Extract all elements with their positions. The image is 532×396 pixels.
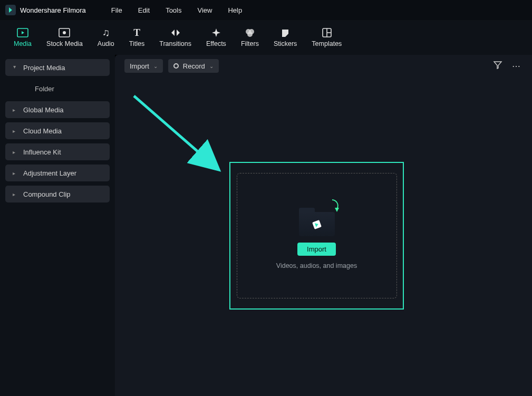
sidebar-item-label: Folder bbox=[35, 85, 54, 93]
import-dropzone[interactable]: Import Videos, audios, and images bbox=[237, 173, 397, 298]
transitions-icon bbox=[170, 25, 181, 40]
record-label: Record bbox=[183, 62, 205, 70]
chevron-down-icon: ⌄ bbox=[153, 63, 158, 69]
audio-icon: ♫ bbox=[102, 25, 110, 40]
sidebar-item-label: Adjustment Layer bbox=[23, 169, 76, 177]
annotation-arrow bbox=[131, 93, 231, 177]
media-icon bbox=[17, 25, 28, 40]
menu-file[interactable]: File bbox=[107, 4, 127, 16]
app-logo-wrap: Wondershare Filmora bbox=[5, 5, 86, 15]
chevron-right-icon: ▸ bbox=[13, 107, 17, 113]
svg-line-9 bbox=[134, 96, 215, 167]
ribbon-tab-media[interactable]: Media bbox=[6, 23, 39, 55]
sidebar: ▸ Project Media Folder ▸ Global Media ▸ … bbox=[0, 55, 115, 396]
menu-help[interactable]: Help bbox=[224, 4, 246, 16]
filter-icon[interactable] bbox=[491, 58, 505, 74]
ribbon-tab-transitions[interactable]: Transitions bbox=[152, 23, 199, 55]
stickers-icon bbox=[280, 25, 291, 40]
import-label: Import bbox=[130, 62, 149, 70]
titlebar: Wondershare Filmora File Edit Tools View… bbox=[0, 0, 532, 20]
ribbon-tab-stock-media[interactable]: Stock Media bbox=[39, 23, 90, 55]
chevron-right-icon: ▸ bbox=[13, 170, 17, 176]
sidebar-item-global-media[interactable]: ▸ Global Media bbox=[5, 101, 110, 118]
sidebar-item-label: Project Media bbox=[23, 64, 65, 72]
ribbon-tab-titles[interactable]: T Titles bbox=[122, 23, 152, 55]
annotation-highlight: Import Videos, audios, and images bbox=[229, 162, 404, 310]
app-logo-icon bbox=[5, 5, 16, 15]
media-canvas: Import Videos, audios, and images bbox=[115, 77, 532, 396]
titles-icon: T bbox=[133, 25, 140, 40]
ribbon-tab-templates[interactable]: Templates bbox=[304, 23, 349, 55]
templates-icon bbox=[322, 25, 332, 40]
ribbon-tab-audio[interactable]: ♫ Audio bbox=[90, 23, 122, 55]
sidebar-item-cloud-media[interactable]: ▸ Cloud Media bbox=[5, 122, 110, 139]
sidebar-item-label: Compound Clip bbox=[23, 190, 71, 198]
sidebar-item-label: Cloud Media bbox=[23, 127, 62, 135]
main-panel: Import ⌄ Record ⌄ ⋯ bbox=[115, 55, 532, 396]
import-hint: Videos, audios, and images bbox=[276, 262, 357, 269]
ribbon-tab-effects[interactable]: Effects bbox=[199, 23, 234, 55]
sidebar-item-folder[interactable]: Folder bbox=[5, 80, 110, 97]
menu-tools[interactable]: Tools bbox=[161, 4, 186, 16]
sidebar-item-label: Influence Kit bbox=[23, 148, 61, 156]
ribbon-tab-stickers[interactable]: Stickers bbox=[266, 23, 304, 55]
chevron-right-icon: ▸ bbox=[13, 149, 17, 155]
svg-point-2 bbox=[63, 31, 66, 34]
more-icon[interactable]: ⋯ bbox=[510, 59, 523, 73]
workspace: ▸ Project Media Folder ▸ Global Media ▸ … bbox=[0, 55, 532, 396]
sidebar-item-influence-kit[interactable]: ▸ Influence Kit bbox=[5, 143, 110, 160]
sidebar-item-label: Global Media bbox=[23, 106, 64, 114]
svg-point-5 bbox=[247, 32, 253, 37]
menubar: File Edit Tools View Help bbox=[107, 4, 246, 16]
record-dropdown[interactable]: Record ⌄ bbox=[168, 59, 219, 73]
record-icon bbox=[173, 63, 179, 69]
chevron-right-icon: ▸ bbox=[13, 191, 17, 197]
media-toolbar: Import ⌄ Record ⌄ ⋯ bbox=[115, 55, 532, 77]
import-dropdown[interactable]: Import ⌄ bbox=[124, 59, 163, 73]
ribbon: Media Stock Media ♫ Audio T Titles Trans… bbox=[0, 20, 532, 55]
menu-view[interactable]: View bbox=[193, 4, 216, 16]
chevron-down-icon: ⌄ bbox=[209, 63, 214, 69]
effects-icon bbox=[211, 25, 221, 40]
sidebar-item-project-media[interactable]: ▸ Project Media bbox=[5, 59, 110, 76]
sidebar-item-compound-clip[interactable]: ▸ Compound Clip bbox=[5, 186, 110, 202]
ribbon-tab-filters[interactable]: Filters bbox=[234, 23, 266, 55]
import-button[interactable]: Import bbox=[297, 243, 336, 256]
stock-media-icon bbox=[59, 25, 70, 40]
menu-edit[interactable]: Edit bbox=[134, 4, 154, 16]
chevron-right-icon: ▸ bbox=[13, 128, 17, 134]
app-title: Wondershare Filmora bbox=[20, 6, 86, 14]
filters-icon bbox=[245, 25, 255, 40]
folder-download-icon bbox=[296, 202, 338, 236]
sidebar-item-adjustment-layer[interactable]: ▸ Adjustment Layer bbox=[5, 165, 110, 181]
chevron-down-icon: ▸ bbox=[12, 65, 18, 70]
